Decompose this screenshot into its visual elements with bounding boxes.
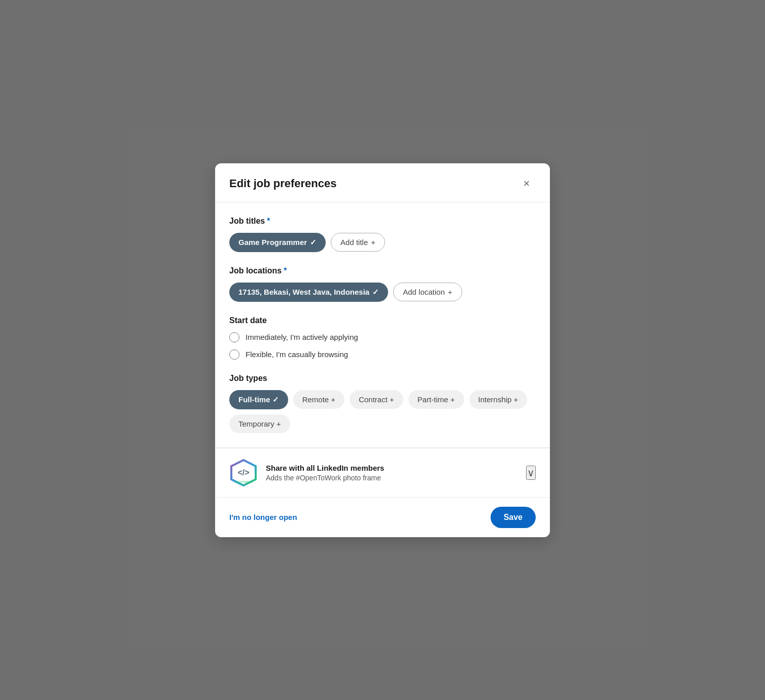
internship-tag[interactable]: Internship + — [469, 390, 528, 409]
flexible-label: Flexible, I'm casually browsing — [246, 350, 348, 359]
share-left: </> OPENTOWORK Share with all LinkedIn m… — [229, 459, 384, 487]
temporary-tag[interactable]: Temporary + — [229, 414, 290, 433]
remote-tag[interactable]: Remote + — [293, 390, 344, 409]
job-locations-label: Job locations * — [229, 266, 536, 275]
immediately-radio[interactable] — [229, 332, 239, 342]
share-subtitle: Adds the #OpenToWork photo frame — [266, 474, 384, 482]
job-types-section: Job types Full-time ✓ Remote + Contract … — [229, 374, 536, 433]
share-section: </> OPENTOWORK Share with all LinkedIn m… — [215, 448, 550, 498]
add-title-button[interactable]: Add title + — [331, 233, 385, 252]
modal-footer: I'm no longer open Save — [215, 498, 550, 537]
share-title: Share with all LinkedIn members — [266, 464, 384, 472]
immediately-option[interactable]: Immediately, I'm actively applying — [229, 332, 536, 342]
job-titles-tags: Game Programmer ✓ Add title + — [229, 233, 536, 252]
game-programmer-tag[interactable]: Game Programmer ✓ — [229, 233, 326, 252]
share-text-group: Share with all LinkedIn members Adds the… — [266, 464, 384, 482]
job-types-label: Job types — [229, 374, 536, 383]
job-types-tags: Full-time ✓ Remote + Contract + Part-tim… — [229, 390, 536, 433]
no-longer-open-button[interactable]: I'm no longer open — [229, 513, 297, 521]
job-locations-tags: 17135, Bekasi, West Java, Indonesia ✓ Ad… — [229, 283, 536, 302]
modal-overlay: Edit job preferences × Job titles * Game… — [0, 0, 765, 700]
close-button[interactable]: × — [517, 174, 536, 193]
job-titles-section: Job titles * Game Programmer ✓ Add title… — [229, 217, 536, 252]
flexible-option[interactable]: Flexible, I'm casually browsing — [229, 349, 536, 360]
contract-tag[interactable]: Contract + — [350, 390, 403, 409]
open-to-work-icon: </> OPENTOWORK — [229, 459, 258, 487]
save-button[interactable]: Save — [491, 507, 536, 528]
start-date-label: Start date — [229, 316, 536, 325]
flexible-radio[interactable] — [229, 349, 239, 360]
edit-job-preferences-modal: Edit job preferences × Job titles * Game… — [215, 163, 550, 537]
required-star: * — [267, 217, 270, 226]
location-tag[interactable]: 17135, Bekasi, West Java, Indonesia ✓ — [229, 283, 388, 302]
modal-header: Edit job preferences × — [215, 163, 550, 202]
immediately-label: Immediately, I'm actively applying — [246, 333, 358, 341]
modal-title: Edit job preferences — [229, 177, 337, 190]
part-time-tag[interactable]: Part-time + — [408, 390, 464, 409]
modal-body: Job titles * Game Programmer ✓ Add title… — [215, 202, 550, 433]
share-expand-button[interactable]: ∨ — [526, 466, 536, 480]
job-locations-section: Job locations * 17135, Bekasi, West Java… — [229, 266, 536, 302]
required-star-location: * — [284, 266, 287, 275]
start-date-section: Start date Immediately, I'm actively app… — [229, 316, 536, 360]
svg-text:OPENTOWORK: OPENTOWORK — [234, 480, 253, 483]
full-time-tag[interactable]: Full-time ✓ — [229, 390, 288, 409]
svg-text:</>: </> — [237, 468, 249, 477]
job-titles-label: Job titles * — [229, 217, 536, 226]
add-location-button[interactable]: Add location + — [393, 283, 462, 301]
